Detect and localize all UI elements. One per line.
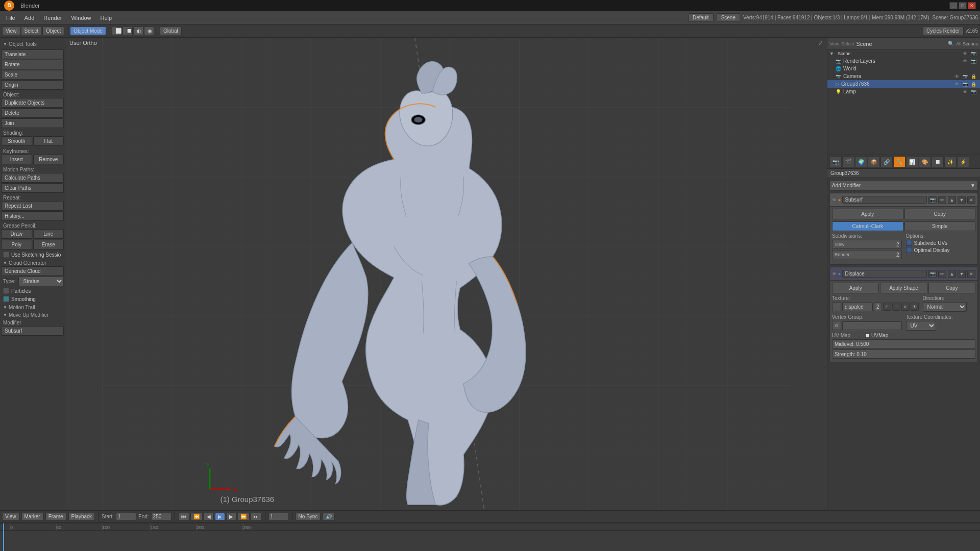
calculate-paths-button[interactable]: Calculate Paths — [1, 173, 64, 183]
constraints-icon[interactable]: 🔗 — [880, 156, 893, 167]
displace-down-btn[interactable]: ▼ — [958, 270, 966, 278]
use-sketching-checkbox[interactable] — [3, 252, 9, 258]
tl-playback-btn[interactable]: Playback — [68, 513, 95, 520]
tl-next-key[interactable]: ⏩ — [237, 513, 250, 520]
particles-icon[interactable]: ✨ — [944, 156, 957, 167]
group-lock[interactable]: 🔒 — [971, 82, 978, 87]
subsurf-render-toggle[interactable]: 📷 — [928, 196, 937, 204]
simple-button[interactable]: Simple — [904, 221, 976, 231]
outliner-item-camera[interactable]: 📷 Camera 👁 📷 🔒 — [827, 72, 980, 80]
view-subdiv-field[interactable]: View: 2 — [832, 240, 902, 249]
subsurf-toggle-icon[interactable]: 👁 — [832, 197, 837, 203]
rl-vis[interactable]: 👁 — [963, 59, 970, 64]
translate-button[interactable]: Translate — [1, 49, 64, 59]
lamp-vis[interactable]: 👁 — [963, 89, 970, 94]
subsurf-apply-button[interactable]: Apply — [832, 209, 903, 219]
world-props-icon[interactable]: 🌍 — [855, 156, 867, 167]
object-props-icon[interactable]: 📦 — [868, 156, 880, 167]
cam-vis[interactable]: 👁 — [954, 74, 962, 79]
header-select-menu[interactable]: Select — [21, 27, 42, 35]
join-button[interactable]: Join — [1, 118, 64, 128]
tl-view-btn[interactable]: View — [2, 513, 19, 520]
tl-audio-btn[interactable]: 🔊 — [323, 513, 335, 520]
optimal-display-checkbox[interactable] — [906, 247, 912, 253]
outliner-item-renderlayers[interactable]: 📷 RenderLayers 👁 📷 — [827, 57, 980, 65]
transform-space-selector[interactable]: Global — [160, 27, 182, 35]
subsurf-edit-toggle[interactable]: ✏ — [938, 196, 946, 204]
draw-button[interactable]: Draw — [1, 229, 32, 239]
delete-button[interactable]: Delete — [1, 108, 64, 118]
lamp-render[interactable]: 📷 — [971, 89, 978, 94]
outliner-item-group[interactable]: ▷ Group37636 👁 📷 🔒 — [827, 80, 980, 88]
cloud-type-select[interactable]: Stratus — [18, 277, 64, 286]
scene-selector[interactable]: Scene — [717, 13, 740, 22]
tl-current-frame[interactable] — [268, 513, 289, 520]
duplicate-objects-button[interactable]: Duplicate Objects — [1, 98, 64, 108]
texture-shading-btn[interactable]: 🔲 — [122, 27, 133, 35]
subsurf-delete-btn[interactable]: ✕ — [967, 196, 975, 204]
tl-start-input[interactable] — [116, 513, 136, 520]
smoothing-checkbox[interactable] — [3, 296, 9, 302]
layout-selector[interactable]: Default — [688, 13, 714, 22]
displace-delete-btn[interactable]: ✕ — [967, 270, 975, 278]
modifiers-icon[interactable]: 🔧 — [893, 156, 905, 167]
origin-button[interactable]: Origin — [1, 80, 64, 90]
header-view-menu[interactable]: View — [2, 27, 20, 35]
render-engine-selector[interactable]: Cycles Render — [923, 27, 964, 35]
outliner-select-btn[interactable]: Select — [841, 41, 854, 46]
tex-unlink-btn[interactable]: ✕ — [901, 303, 910, 311]
menu-file[interactable]: File — [2, 14, 19, 22]
generate-cloud-button[interactable]: Generate Cloud — [1, 266, 64, 276]
outliner-item-scene[interactable]: ▼ Scene 👁 📷 — [827, 50, 980, 57]
line-button[interactable]: Line — [33, 229, 64, 239]
tex-coords-select[interactable]: Local Global Object UV — [906, 321, 936, 331]
data-icon[interactable]: 📊 — [906, 156, 918, 167]
tl-marker-btn[interactable]: Marker — [21, 513, 43, 520]
rotate-button[interactable]: Rotate — [1, 60, 64, 69]
subsurf-down-btn[interactable]: ▼ — [958, 196, 966, 204]
header-object-menu[interactable]: Object — [42, 27, 64, 35]
flat-button[interactable]: Flat — [33, 136, 64, 146]
object-mode-selector[interactable]: Object Mode — [70, 27, 106, 35]
catmull-clark-button[interactable]: Catmull-Clark — [832, 221, 903, 231]
close-button[interactable]: ✕ — [968, 2, 976, 9]
tl-sync-btn[interactable]: No Sync — [296, 513, 321, 520]
scene-vis-icon[interactable]: 👁 — [963, 51, 970, 56]
render-props-icon[interactable]: 📷 — [829, 156, 842, 167]
menu-add[interactable]: Add — [20, 14, 39, 22]
displace-apply-button[interactable]: Apply — [832, 283, 879, 293]
group-render[interactable]: 📷 — [963, 82, 970, 87]
render-subdiv-field[interactable]: Render: 2 — [832, 250, 902, 259]
add-modifier-button[interactable]: Add Modifier ▼ — [829, 180, 978, 191]
displace-toggle-icon[interactable]: 👁 — [832, 271, 837, 277]
scene-render-icon[interactable]: 📷 — [971, 51, 978, 56]
menu-render[interactable]: Render — [39, 14, 66, 22]
outliner-item-lamp[interactable]: 💡 Lamp 👁 📷 — [827, 88, 980, 95]
material-icon[interactable]: 🎨 — [919, 156, 931, 167]
rl-render[interactable]: 📷 — [971, 59, 978, 64]
maximize-button[interactable]: □ — [959, 2, 967, 9]
tl-play-btn[interactable]: ▶ — [215, 513, 225, 520]
displace-up-btn[interactable]: ▲ — [948, 270, 956, 278]
displace-apply-shape-button[interactable]: Apply Shape — [880, 283, 927, 293]
subdivide-uvs-checkbox[interactable] — [906, 240, 912, 246]
displace-copy-button[interactable]: Copy — [928, 283, 975, 293]
cam-render[interactable]: 📷 — [963, 74, 970, 79]
texture-name-input[interactable] — [842, 303, 873, 311]
cam-lock[interactable]: 🔒 — [971, 74, 978, 79]
tl-prev-key[interactable]: ⏪ — [190, 513, 203, 520]
tl-prev-frame[interactable]: ◀ — [204, 513, 214, 520]
insert-keyframe-button[interactable]: Insert — [1, 155, 32, 164]
midlevel-slider[interactable]: Midlevel: 0.500 — [832, 339, 975, 348]
direction-select[interactable]: Normal X Y Z RGB to XYZ — [923, 302, 967, 312]
timeline-track-area[interactable] — [0, 531, 980, 551]
strength-slider[interactable]: Strength: 0.10 — [832, 349, 975, 359]
history-button[interactable]: History... — [1, 211, 64, 221]
material-shading-btn[interactable]: ◐ — [133, 27, 143, 35]
tl-jump-start[interactable]: ⏮ — [178, 513, 189, 520]
poly-button[interactable]: Poly — [1, 240, 32, 249]
timeline-area[interactable]: 0 50 100 150 200 250 — [0, 523, 980, 551]
remove-keyframe-button[interactable]: Remove — [33, 155, 64, 164]
outliner-all-scenes[interactable]: All Scenes — [956, 41, 978, 46]
scale-button[interactable]: Scale — [1, 70, 64, 80]
